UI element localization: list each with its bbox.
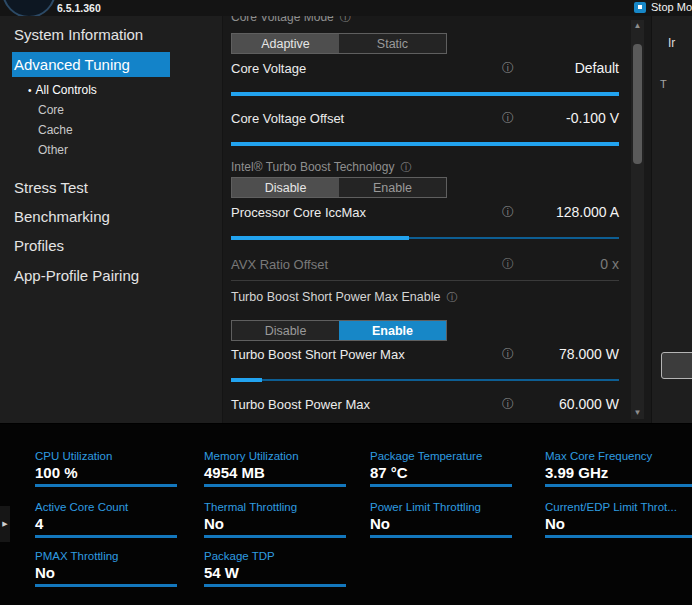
right-panel-text-fragment: Ir [668,36,675,50]
sidebar-item-benchmarking[interactable]: Benchmarking [14,208,110,225]
tile-value: No [370,515,530,532]
slider-track [231,379,619,381]
enable-option[interactable]: Enable [339,178,446,197]
tile-underline [545,535,692,538]
tile-value: 4 [35,515,195,532]
sidebar-item-profiles[interactable]: Profiles [14,237,64,254]
tile-underline [204,584,346,587]
monitor-tile-memory-utilization: Memory Utilization 4954 MB [204,450,364,487]
tile-label: Power Limit Throttling [370,501,530,513]
app-version: 6.5.1.360 [57,2,101,14]
core-voltage-slider[interactable] [231,92,619,96]
slider-fill [231,378,262,382]
info-icon[interactable]: ⓘ [502,346,514,363]
stop-monitoring-label: Stop Mo [651,1,692,13]
core-voltage-offset-value[interactable]: -0.100 V [524,110,619,126]
info-icon[interactable]: ⓘ [502,204,514,221]
tb-short-enable-group-label: Turbo Boost Short Power Max Enableⓘ [231,290,457,305]
core-voltage-value[interactable]: Default [524,60,619,76]
slider-fill [231,236,409,240]
scroll-up-icon[interactable]: ▲ [631,20,644,32]
tile-underline [204,535,346,538]
info-icon[interactable]: ⓘ [502,396,514,413]
group-label-text: Intel® Turbo Boost Technology [231,160,394,174]
monitor-tile-pmax-throttling: PMAX Throttling No [35,550,195,587]
avx-ratio-offset-label: AVX Ratio Offset [231,257,502,272]
tile-label: Active Core Count [35,501,195,513]
monitor-flyout-handle[interactable]: ▶ [0,506,10,542]
core-voltage-mode-group-label: Core Voltage Modeⓘ [231,16,351,25]
monitor-tile-active-core-count: Active Core Count 4 [35,501,195,538]
turbo-boost-group-label: Intel® Turbo Boost Technologyⓘ [231,160,411,175]
right-panel-button-fragment[interactable] [661,352,692,379]
tile-label: Package TDP [204,550,364,562]
sidebar-item-app-profile-pairing[interactable]: App-Profile Pairing [14,267,139,284]
tuning-panel: Core Voltage Modeⓘ Adaptive Static Core … [222,16,651,423]
monitoring-panel: ▶ CPU Utilization 100 % Memory Utilizati… [0,423,692,605]
vertical-scrollbar[interactable]: ▲ ▼ [631,20,644,419]
info-icon[interactable]: ⓘ [340,16,351,23]
stop-monitoring-button[interactable]: Stop Mo [634,1,692,13]
tile-value: No [35,564,195,581]
tile-label: Thermal Throttling [204,501,364,513]
info-icon[interactable]: ⓘ [400,161,411,173]
core-voltage-offset-slider[interactable] [231,142,619,146]
slider-fill [231,142,619,146]
adaptive-option[interactable]: Adaptive [232,34,339,53]
disabled-slider-track [231,280,619,281]
icc-max-slider[interactable] [231,236,619,240]
info-icon: ⓘ [502,256,514,273]
icc-max-value[interactable]: 128.000 A [524,204,619,220]
xtu-window: 6.5.1.360 Stop Mo System Information Adv… [0,0,692,605]
tb-short-power-max-slider[interactable] [231,378,619,382]
sidebar-item-cache[interactable]: Cache [38,123,73,137]
monitor-tile-max-core-frequency: Max Core Frequency 3.99 GHz [545,450,692,487]
title-bar: 6.5.1.360 Stop Mo [0,0,692,16]
info-icon[interactable]: ⓘ [502,110,514,127]
monitor-tile-cpu-utilization: CPU Utilization 100 % [35,450,195,487]
upper-region: System Information Advanced Tuning •All … [0,16,692,423]
sidebar-item-core[interactable]: Core [38,103,64,117]
tile-underline [370,484,512,487]
disable-option[interactable]: Disable [232,178,339,197]
bullet-icon: • [28,85,32,96]
scroll-down-icon[interactable]: ▼ [631,407,644,419]
tile-underline [204,484,346,487]
monitor-display-icon [634,2,646,13]
scrollbar-thumb[interactable] [633,44,642,164]
monitor-tile-package-temperature: Package Temperature 87 °C [370,450,530,487]
icc-max-label: Processor Core IccMax [231,205,502,220]
sidebar-item-other[interactable]: Other [38,143,68,157]
monitor-tile-power-limit-throttling: Power Limit Throttling No [370,501,530,538]
static-option[interactable]: Static [339,34,446,53]
avx-ratio-offset-value: 0 x [524,256,619,272]
tile-label: Package Temperature [370,450,530,462]
tile-value: No [204,515,364,532]
tile-value: 100 % [35,464,195,481]
sidebar-item-all-controls[interactable]: •All Controls [28,83,97,97]
info-icon[interactable]: ⓘ [446,291,457,303]
chevron-right-icon: ▶ [2,520,7,528]
tile-value: 54 W [204,564,364,581]
tile-label: CPU Utilization [35,450,195,462]
info-icon[interactable]: ⓘ [502,60,514,77]
tb-power-max-value[interactable]: 60.000 W [524,396,619,412]
slider-fill [231,92,619,96]
sidebar-item-label: All Controls [36,83,97,97]
tb-short-power-max-value[interactable]: 78.000 W [524,346,619,362]
tile-label: Current/EDP Limit Throt... [545,501,692,513]
tile-value: 4954 MB [204,464,364,481]
monitor-tile-current-edp-limit-throttling: Current/EDP Limit Throt... No [545,501,692,538]
disable-option[interactable]: Disable [232,321,339,340]
tb-short-enable-toggle: Disable Enable [231,320,447,341]
monitor-tile-thermal-throttling: Thermal Throttling No [204,501,364,538]
core-voltage-offset-label: Core Voltage Offset [231,111,502,126]
intel-xtu-logo-icon [2,0,56,16]
sidebar-item-advanced-tuning[interactable]: Advanced Tuning [12,52,170,77]
sidebar-item-stress-test[interactable]: Stress Test [14,179,88,196]
enable-option[interactable]: Enable [339,321,446,340]
turbo-boost-toggle: Disable Enable [231,177,447,198]
monitor-tile-package-tdp: Package TDP 54 W [204,550,364,587]
sidebar-item-system-information[interactable]: System Information [14,26,143,43]
tile-label: Memory Utilization [204,450,364,462]
